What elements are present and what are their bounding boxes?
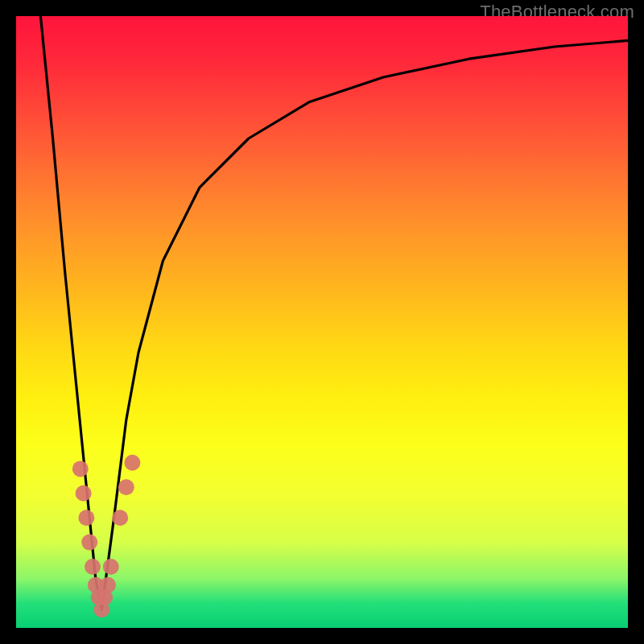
marker-layer [72, 455, 141, 617]
marker-point [103, 559, 119, 575]
marker-point [81, 535, 97, 551]
marker-point [118, 479, 134, 495]
plot-area [16, 16, 628, 628]
marker-point [85, 559, 101, 575]
curve-layer [40, 16, 628, 609]
marker-point [100, 577, 116, 593]
marker-point [78, 510, 94, 526]
marker-point [112, 510, 128, 526]
marker-point [76, 485, 92, 502]
chart-frame: TheBottleneck.com [0, 0, 644, 644]
chart-svg [16, 16, 628, 628]
marker-point [124, 455, 140, 471]
marker-point [72, 460, 89, 477]
curve-right-ascending [101, 40, 628, 609]
